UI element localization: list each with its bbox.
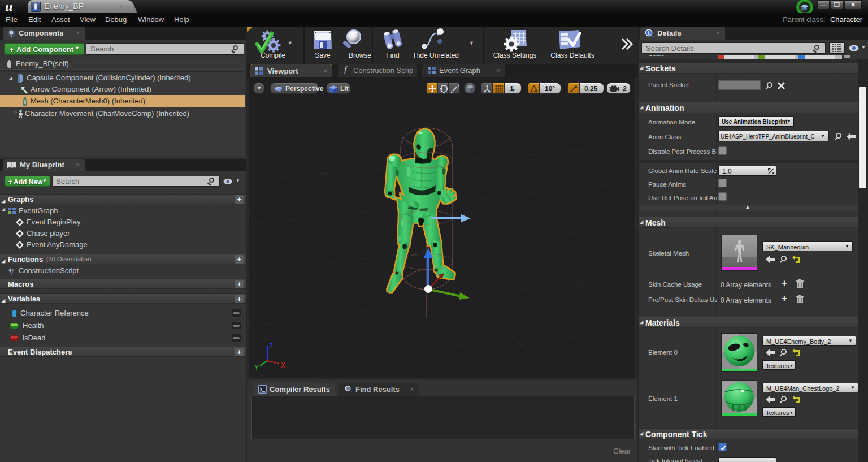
svg-text:Y: Y (254, 364, 259, 372)
svg-text:Z: Z (269, 342, 273, 350)
svg-text:X: X (281, 361, 285, 369)
svg-text:f: f (11, 267, 15, 275)
svg-text:i: i (648, 30, 650, 36)
